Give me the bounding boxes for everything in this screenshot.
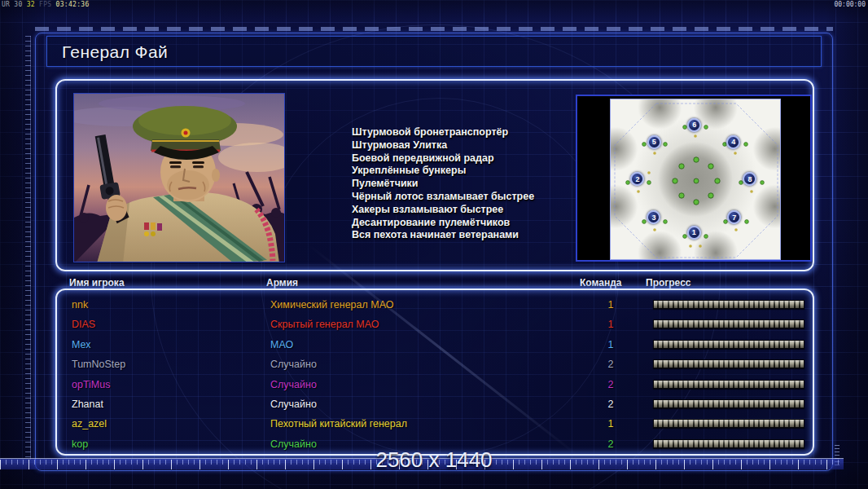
progress-fill xyxy=(654,381,804,388)
player-team: 2 xyxy=(594,379,627,390)
table-row: DIAS Скрытый генерал МАО 1 xyxy=(57,315,813,335)
player-team: 1 xyxy=(594,339,627,350)
player-army: Случайно xyxy=(270,399,317,410)
progress-bar xyxy=(653,419,804,428)
progress-fill xyxy=(654,360,804,368)
table-row: nnk Химический генерал МАО 1 xyxy=(57,296,813,315)
table-row: opTiMus Случайно 2 xyxy=(57,376,813,395)
ability-item: Пулемётчики xyxy=(352,178,596,191)
player-team: 1 xyxy=(594,418,627,430)
progress-bar xyxy=(653,300,804,309)
progress-fill xyxy=(654,301,804,308)
column-header-progress: Прогресс xyxy=(646,277,690,289)
progress-fill xyxy=(654,320,804,328)
perf-value: 32 xyxy=(27,1,35,8)
player-table-panel: nnk Химический генерал МАО 1 DIAS Скрыты… xyxy=(55,289,814,456)
perf-suffix: FPS xyxy=(39,1,51,8)
match-timer: 00:00:00 xyxy=(834,1,866,8)
progress-fill xyxy=(654,341,804,348)
ability-item: Укреплённые бункеры xyxy=(352,165,596,178)
ability-item: Штурмовой бронетранспортёр xyxy=(352,126,596,139)
player-team: 1 xyxy=(594,299,627,311)
progress-bar xyxy=(653,399,804,408)
loading-screen: UR 30 32 FPS 03:42:36 00:00:00 Генерал Ф… xyxy=(0,0,868,489)
player-army: Пехотный китайский генерал xyxy=(270,418,407,430)
column-header-team: Команда xyxy=(580,277,621,289)
player-army: Химический генерал МАО xyxy=(270,299,393,311)
player-name: az_azel xyxy=(72,418,107,430)
table-row: Mex МАО 1 xyxy=(57,336,813,355)
map-spawn-marker: 6 xyxy=(687,118,701,132)
progress-bar xyxy=(653,319,804,328)
player-army: Скрытый генерал МАО xyxy=(270,319,379,330)
map-spawn-marker: 5 xyxy=(647,135,661,149)
page-title: Генерал Фай xyxy=(62,42,168,62)
session-clock: 03:42:36 xyxy=(56,1,90,8)
perf-label: UR 30 xyxy=(2,1,23,8)
left-ruler xyxy=(25,36,31,460)
column-header-name: Имя игрока xyxy=(69,277,125,289)
player-name: Zhanat xyxy=(72,399,103,410)
general-info-panel: Штурмовой бронетранспортёр Штурмовая Ули… xyxy=(55,79,814,271)
player-army: Случайно xyxy=(270,359,317,370)
general-abilities-list: Штурмовой бронетранспортёр Штурмовая Ули… xyxy=(352,126,596,242)
progress-bar xyxy=(653,359,804,368)
player-army: МАО xyxy=(270,339,293,350)
table-row: Zhanat Случайно 2 xyxy=(57,395,813,415)
title-box: Генерал Фай xyxy=(46,36,822,67)
ability-item: Штурмовая Улитка xyxy=(352,139,596,152)
resolution-label: 2560 x 1440 xyxy=(0,447,868,473)
map-spawn-marker: 4 xyxy=(726,135,740,149)
progress-fill xyxy=(654,400,804,408)
player-name: nnk xyxy=(72,299,88,311)
general-portrait-art xyxy=(74,94,285,262)
top-tick-strip xyxy=(35,27,833,31)
player-team: 2 xyxy=(594,359,627,370)
player-name: opTiMus xyxy=(72,379,110,390)
player-team: 2 xyxy=(594,399,627,410)
player-name: DIAS xyxy=(72,319,95,330)
ability-item: Вся пехота начинает ветеранами xyxy=(352,229,596,242)
map-spawn-marker: 1 xyxy=(687,226,701,240)
table-row: az_azel Пехотный китайский генерал 1 xyxy=(57,415,813,434)
ability-item: Хакеры взламывают быстрее xyxy=(352,204,596,217)
debug-overlay: UR 30 32 FPS 03:42:36 xyxy=(2,1,90,8)
general-portrait xyxy=(73,93,285,262)
table-row: TumNoStep Случайно 2 xyxy=(57,355,813,375)
player-name: TumNoStep xyxy=(72,359,125,370)
player-name: Mex xyxy=(72,339,91,350)
player-army: Случайно xyxy=(270,379,317,390)
player-table: nnk Химический генерал МАО 1 DIAS Скрыты… xyxy=(57,290,813,454)
progress-fill xyxy=(654,420,804,427)
progress-bar xyxy=(653,340,804,349)
player-team: 1 xyxy=(594,319,627,330)
map-preview-box: 1 2 3 4 5 6 7 8 xyxy=(576,95,812,262)
ability-item: Десантирование пулемётчиков xyxy=(352,217,596,230)
map-preview: 1 2 3 4 5 6 7 8 xyxy=(610,99,781,260)
progress-bar xyxy=(653,380,804,389)
ability-item: Боевой передвижной радар xyxy=(352,152,596,165)
progress-fill xyxy=(654,440,804,447)
column-header-army: Армия xyxy=(266,277,298,289)
ability-item: Чёрный лотос взламывает быстрее xyxy=(352,191,596,204)
